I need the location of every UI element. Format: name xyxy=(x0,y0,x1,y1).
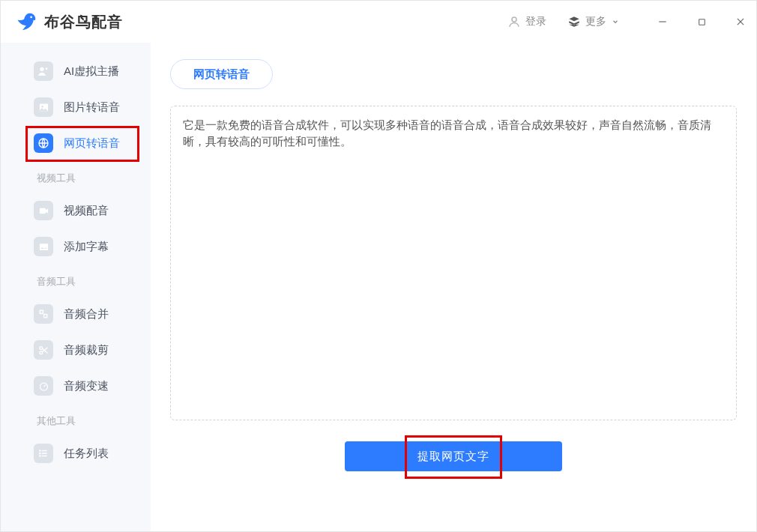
sidebar-item-label: 音频裁剪 xyxy=(64,343,109,357)
sidebar-item-label: 图片转语音 xyxy=(64,100,120,115)
text-input-container xyxy=(170,106,737,420)
svg-rect-14 xyxy=(44,247,46,248)
sidebar-item-label: 任务列表 xyxy=(64,447,109,461)
avatar-icon xyxy=(34,61,53,81)
svg-point-6 xyxy=(40,67,43,71)
caption-icon xyxy=(34,237,53,256)
svg-point-1 xyxy=(512,17,516,22)
sidebar-item-label: 添加字幕 xyxy=(64,240,109,254)
sidebar-item-web-to-speech[interactable]: 网页转语音 xyxy=(1,125,151,161)
more-label: 更多 xyxy=(585,15,606,28)
svg-point-25 xyxy=(40,450,40,451)
sidebar-item-add-subtitle[interactable]: 添加字幕 xyxy=(1,229,151,265)
content-textarea[interactable] xyxy=(183,117,724,409)
layers-icon xyxy=(567,15,581,28)
sidebar-item-audio-cut[interactable]: 音频裁剪 xyxy=(1,332,151,368)
svg-rect-15 xyxy=(40,310,43,313)
bird-icon xyxy=(16,10,38,33)
svg-rect-13 xyxy=(40,247,43,248)
close-button[interactable] xyxy=(732,13,749,30)
svg-rect-16 xyxy=(44,315,47,318)
sidebar-item-audio-merge[interactable]: 音频合并 xyxy=(1,296,151,332)
sidebar-item-video-dub[interactable]: 视频配音 xyxy=(1,193,151,229)
sidebar-item-label: 视频配音 xyxy=(64,204,109,218)
sidebar-section-video: 视频工具 xyxy=(1,161,151,193)
sidebar-item-ai-avatar[interactable]: AI虚拟主播 xyxy=(1,53,151,89)
tab-web-to-speech[interactable]: 网页转语音 xyxy=(170,59,273,89)
primary-button-label: 提取网页文字 xyxy=(417,450,489,462)
sidebar-item-label: 音频变速 xyxy=(64,379,109,393)
video-icon xyxy=(34,201,53,220)
speed-icon xyxy=(34,376,53,396)
tab-label: 网页转语音 xyxy=(193,67,250,82)
sidebar: AI虚拟主播 图片转语音 网页转语音 视频工具 视频配音 添加字幕 xyxy=(1,43,151,531)
maximize-button[interactable] xyxy=(693,13,710,30)
sidebar-section-other: 其他工具 xyxy=(1,404,151,435)
sidebar-item-label: 网页转语音 xyxy=(64,136,120,151)
app-logo: 布谷鸟配音 xyxy=(16,10,123,33)
sidebar-item-label: AI虚拟主播 xyxy=(64,64,119,79)
globe-icon xyxy=(34,133,53,153)
sidebar-item-audio-speed[interactable]: 音频变速 xyxy=(1,368,151,404)
list-icon xyxy=(34,444,53,463)
svg-point-26 xyxy=(40,453,40,453)
svg-point-9 xyxy=(41,106,43,108)
svg-rect-3 xyxy=(699,19,705,25)
sidebar-item-label: 音频合并 xyxy=(64,307,109,321)
sidebar-section-audio: 音频工具 xyxy=(1,265,151,296)
minimize-button[interactable] xyxy=(654,13,671,30)
svg-rect-11 xyxy=(39,208,45,214)
app-title: 布谷鸟配音 xyxy=(44,12,123,32)
chevron-down-icon xyxy=(611,15,620,28)
login-label: 登录 xyxy=(525,15,546,28)
extract-text-button[interactable]: 提取网页文字 xyxy=(345,441,562,471)
main-panel: 网页转语音 提取网页文字 xyxy=(151,43,756,531)
svg-point-0 xyxy=(30,16,32,18)
login-button[interactable]: 登录 xyxy=(507,15,546,28)
scissors-icon xyxy=(34,340,53,360)
user-icon xyxy=(507,15,521,28)
sidebar-item-task-list[interactable]: 任务列表 xyxy=(1,435,151,471)
svg-rect-12 xyxy=(39,244,47,250)
image-icon xyxy=(34,97,53,117)
svg-point-7 xyxy=(46,67,48,70)
more-button[interactable]: 更多 xyxy=(567,15,620,28)
merge-icon xyxy=(34,304,53,324)
sidebar-item-image-to-speech[interactable]: 图片转语音 xyxy=(1,89,151,125)
svg-point-27 xyxy=(40,456,40,456)
titlebar: 布谷鸟配音 登录 更多 xyxy=(1,1,756,43)
